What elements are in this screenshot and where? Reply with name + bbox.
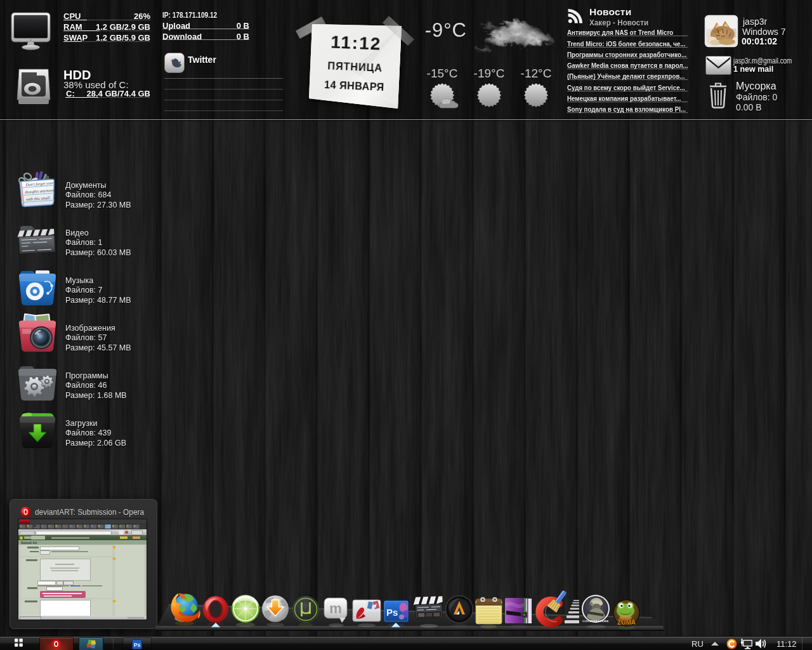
svg-text:Ps: Ps [386,607,398,618]
svg-text:Ps: Ps [134,642,141,648]
svg-text:COUNTERSTRIKE: COUNTERSTRIKE [582,620,609,623]
svg-text:ZUMA: ZUMA [617,619,636,626]
svg-text:m: m [329,600,342,616]
